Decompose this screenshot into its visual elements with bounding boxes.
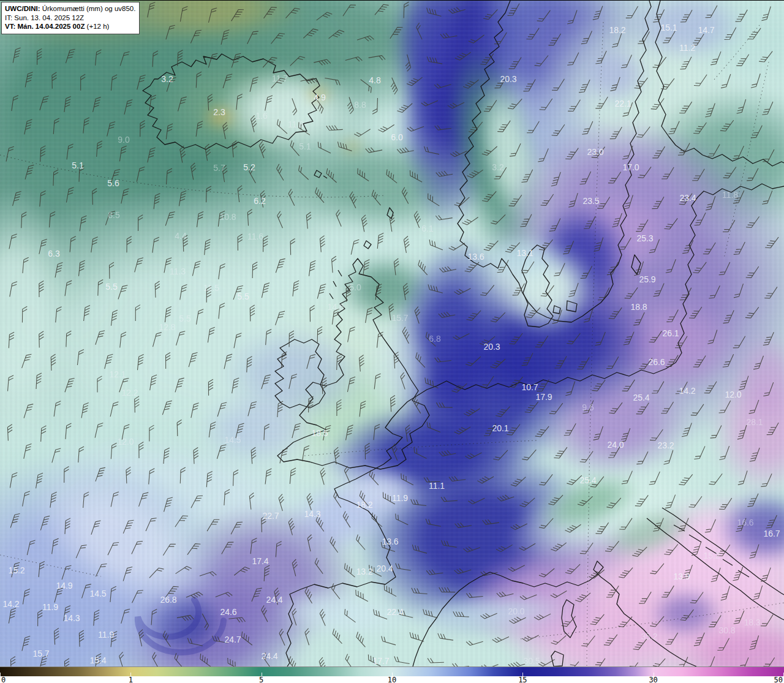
precip-value-label: 28.1 [746, 417, 763, 427]
colorbar-tick: 30 [649, 676, 657, 683]
precip-value-label: 4.9 [314, 92, 325, 102]
precipitation-colorbar: 01510153050 [0, 666, 784, 683]
precip-value-label: 5.1 [299, 142, 311, 151]
precip-value-label: 9.0 [118, 135, 129, 145]
colorbar-tick: 50 [774, 676, 783, 683]
colorbar-tick: 10 [388, 676, 396, 683]
precip-value-label: 3.2 [161, 74, 173, 84]
precip-value-label: 5.0 [349, 282, 361, 292]
precip-value-label: 18.8 [630, 302, 647, 312]
precip-value-label: 17.9 [535, 392, 552, 402]
precip-value-label: 6.0 [391, 132, 402, 142]
precip-value-label: 23.4 [679, 193, 696, 203]
precip-value-label: 14.5 [224, 435, 241, 445]
precip-value-label: 12.0 [117, 437, 134, 447]
precip-value-label: 14.3 [304, 509, 320, 519]
precipitation-map: 18.215.114.711.220.33.211.74.84.98.82.31… [0, 1, 784, 666]
colorbar-tick: 0 [1, 676, 6, 683]
colorbar-tick: 1 [129, 676, 133, 683]
precip-value-label: 17.0 [622, 162, 639, 172]
precip-value-label: 8.8 [354, 100, 366, 110]
precip-value-label: 3.2 [492, 162, 503, 172]
precip-value-label: 1.6 [255, 111, 267, 121]
precip-value-label: 18.2 [609, 25, 625, 35]
precip-value-label: 20.3 [500, 74, 516, 84]
precip-value-label: 18.5 [311, 428, 328, 438]
precip-value-label: 15.2 [703, 551, 720, 560]
precip-value-label: 17.4 [252, 556, 268, 566]
valid-time: VT: Mán. 14.04.2025 00Z [5, 23, 85, 30]
precip-value-label: 22.4 [386, 607, 403, 617]
precip-value-label: 22.7 [262, 511, 279, 521]
precip-value-label: 5.5 [237, 292, 249, 301]
precip-value-label: 14.2 [679, 386, 695, 396]
colorbar-tick: 15 [518, 676, 527, 683]
precip-value-label: 6.3 [48, 249, 59, 258]
precip-value-label: 26.8 [160, 595, 176, 605]
precip-value-label: 15.7 [32, 649, 49, 658]
valid-time-line: VT: Mán. 14.04.2025 00Z (+12 h) [5, 22, 135, 31]
precip-value-label: 14.3 [63, 613, 80, 623]
precip-value-label: 12.2 [121, 388, 138, 398]
precip-value-label: 13.1 [516, 248, 533, 258]
precip-value-label: 11.7 [272, 74, 288, 83]
forecast-offset: (+12 h) [85, 23, 109, 30]
product-description: Úrkomumætti (mm) og uv850. [40, 5, 136, 12]
precip-value-label: 20.0 [508, 606, 524, 616]
precip-value-label: 12.1 [109, 369, 126, 379]
precip-value-label: 5.5 [105, 282, 117, 292]
precip-value-label: 17.7 [372, 656, 389, 666]
precip-value-label: 13.9 [673, 572, 690, 581]
precip-value-label: 5.2 [243, 162, 255, 172]
precip-value-label: 9.6 [582, 402, 594, 412]
precip-value-label: 15.2 [8, 565, 24, 575]
precip-value-label: 16.7 [763, 529, 780, 538]
precip-value-label: 11.2 [679, 43, 695, 53]
precip-value-label: 5.1 [72, 160, 83, 170]
precip-value-label: 15.1 [660, 23, 677, 32]
precip-value-label: 24.6 [220, 607, 236, 617]
init-time-line: IT: Sun. 13. 04. 2025 12Z [5, 13, 135, 23]
precip-value-label: 10.7 [521, 382, 538, 392]
precip-value-label: 26.1 [662, 328, 679, 338]
precip-value-label: 20.3 [483, 342, 500, 352]
precip-value-label: 30.8 [718, 625, 735, 635]
precip-value-label: 23.0 [587, 147, 603, 157]
precip-value-label: 23.5 [582, 196, 599, 206]
precip-value-label: 25.4 [633, 393, 649, 402]
precip-value-label: 11.5 [203, 283, 219, 293]
precip-value-label: 11.6 [247, 232, 263, 241]
precip-value-label: 6.8 [429, 334, 440, 344]
precip-value-label: 11.8 [722, 190, 738, 200]
precip-value-label: 25.4 [579, 475, 596, 485]
colorbar-tick: 5 [259, 676, 263, 683]
precip-value-label: 20.4 [376, 564, 393, 573]
colorbar-tick-labels: 01510153050 [0, 676, 784, 683]
precip-value-label: 4.8 [369, 75, 380, 85]
precip-value-label: 12.0 [725, 390, 741, 399]
precip-value-label: 14.2 [2, 599, 19, 609]
precip-value-label: 20.1 [492, 423, 508, 433]
precip-value-label: 8.5 [108, 210, 119, 220]
precip-value-label: 12.8 [159, 322, 175, 332]
precip-value-label: 6.2 [254, 196, 265, 206]
precip-value-label: 18.3 [744, 617, 760, 627]
precip-value-label: 6.1 [421, 224, 433, 233]
precip-value-label: 13.6 [382, 537, 398, 546]
precip-value-label: 18.2 [356, 500, 372, 510]
precip-value-label: 14.5 [89, 589, 106, 598]
precip-value-label: 14.6 [327, 302, 344, 312]
precip-value-label: 2.3 [213, 107, 225, 117]
precip-value-label: 15.4 [89, 655, 106, 665]
precip-value-label: 26.6 [648, 357, 665, 367]
precip-value-label: 24.4 [266, 595, 282, 605]
precip-value-label: 13.2 [356, 567, 372, 576]
precip-value-label: 11.9 [98, 630, 114, 640]
precip-value-label: 24.0 [607, 440, 624, 450]
precip-value-label: 22.1 [614, 99, 631, 108]
precip-value-label: 14.9 [56, 581, 72, 591]
precip-value-label: 30.5 [523, 656, 540, 666]
precip-value-label: 4.4 [175, 231, 186, 241]
precip-value-label: 11.9 [392, 493, 408, 503]
precip-value-label: 16.6 [737, 518, 753, 527]
